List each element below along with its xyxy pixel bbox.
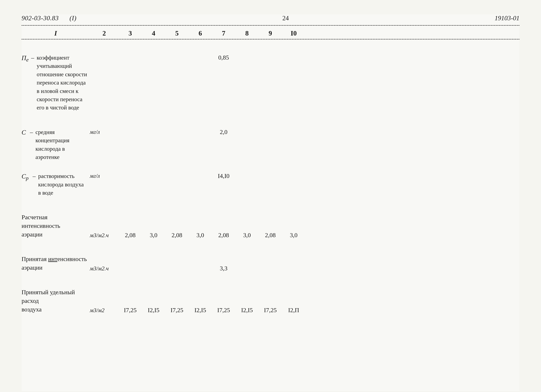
- Cp-val-8: [259, 172, 282, 173]
- intensity-calc-val-6: 2,08: [212, 231, 235, 239]
- n2-label: Пе – коэффициент учитывающий отношение с…: [21, 53, 90, 112]
- top-dashed-rule: [21, 25, 520, 26]
- row-intensity-calc: Расчетная интенсивность аэрации м3/м2.ч …: [21, 213, 520, 239]
- col-header-1: I: [21, 29, 90, 37]
- doc-number: 902-03-30.83 (I): [21, 14, 77, 22]
- intensity-accepted-val-9: [282, 271, 305, 272]
- air-specific-val-7: I2,I5: [235, 306, 259, 314]
- sheet-number: 19103-01: [495, 14, 520, 22]
- intensity-accepted-line2: аэрации: [21, 263, 87, 272]
- air-specific-val-5: I2,I5: [189, 306, 212, 314]
- Cp-val-5: [189, 172, 212, 173]
- col-header-7: 7: [212, 29, 235, 37]
- air-specific-label: Принятый удельный расход воздуха: [21, 288, 90, 314]
- n2-val-9: [282, 53, 305, 54]
- intensity-accepted-val-6: 3,3: [212, 264, 235, 272]
- air-specific-val-4: I7,25: [165, 306, 189, 314]
- column-headers: I 2 3 4 5 6 7 8 9 I0: [21, 29, 520, 37]
- n2-val-6: 0,85: [212, 53, 235, 61]
- C-val-7: [235, 128, 259, 129]
- Cp-val-9: [282, 172, 305, 173]
- air-specific-val-3: I2,I5: [142, 306, 165, 314]
- intensity-accepted-val-5: [189, 271, 212, 272]
- intensity-calc-val-4: 2,08: [165, 231, 189, 239]
- intensity-calc-val-3: 3,0: [142, 231, 165, 239]
- Cp-val-7: [235, 172, 259, 173]
- row-n2: Пе – коэффициент учитывающий отношение с…: [21, 53, 520, 112]
- col-header-2: 2: [90, 29, 119, 37]
- intensity-calc-unit: м3/м2.ч: [90, 231, 119, 239]
- header: 902-03-30.83 (I) 24 19103-01: [21, 14, 520, 22]
- n2-val-5: [189, 53, 212, 54]
- intensity-accepted-val-4: [165, 271, 189, 272]
- intensity-calc-val-8: 2,08: [259, 231, 282, 239]
- air-specific-unit: м3/м2: [90, 306, 119, 314]
- intensity-accepted-label: Принятая интенсивность аэрации: [21, 255, 90, 272]
- row-intensity-accepted: Принятая интенсивность аэрации м3/м2.ч 3…: [21, 255, 520, 272]
- n2-unit: [90, 53, 119, 54]
- col-header-5: 5: [165, 29, 189, 37]
- C-val-6: 2,0: [212, 128, 235, 135]
- intensity-accepted-val-8: [259, 271, 282, 272]
- n2-val-7: [235, 53, 259, 54]
- row-C: C – средняя концентрация кислорода в аэр…: [21, 128, 520, 161]
- n2-val-8: [259, 53, 282, 54]
- col-header-10: I0: [282, 29, 305, 37]
- C-description: средняя концентрация кислорода в аэротен…: [36, 128, 87, 161]
- doc-type-text: (I): [69, 15, 77, 22]
- intensity-calc-val-2: 2,08: [119, 231, 142, 239]
- C-val-5: [189, 128, 212, 129]
- C-val-8: [259, 128, 282, 129]
- n2-val-3: [142, 53, 165, 54]
- C-label: C – средняя концентрация кислорода в аэр…: [21, 128, 90, 161]
- Cp-val-3: [142, 172, 165, 173]
- doc-number-text: 902-03-30.83: [21, 15, 59, 22]
- air-specific-line1: Принятый удельный расход: [21, 288, 87, 305]
- Cp-val-6: I4,I0: [212, 172, 235, 179]
- col-header-4: 4: [142, 29, 165, 37]
- intensity-calc-label: Расчетная интенсивность аэрации: [21, 213, 90, 239]
- intensity-accepted-val-2: [119, 271, 142, 272]
- C-val-9: [282, 128, 305, 129]
- Cp-symbol: Cр: [21, 172, 29, 182]
- col-header-6: 6: [189, 29, 212, 37]
- intensity-accepted-val-3: [142, 271, 165, 272]
- air-specific-val-9: I2,П: [282, 306, 305, 314]
- C-val-4: [165, 128, 189, 129]
- Cp-label: Cр – растворимость кислоро­да воздуха в …: [21, 172, 90, 197]
- intensity-calc-line2: аэрации: [21, 230, 87, 239]
- n2-description: коэффициент учитывающий отношение скорос…: [37, 53, 87, 112]
- row-air-specific: Принятый удельный расход воздуха м3/м2 I…: [21, 288, 520, 314]
- intensity-calc-line1: Расчетная интенсивность: [21, 213, 87, 230]
- Cp-val-2: [119, 172, 142, 173]
- air-specific-val-8: I7,25: [259, 306, 282, 314]
- Cp-val-4: [165, 172, 189, 173]
- C-symbol: C: [21, 128, 26, 137]
- document-page: 902-03-30.83 (I) 24 19103-01 I 2 3 4 5 6…: [21, 14, 520, 391]
- air-specific-val-2: I7,25: [119, 306, 142, 314]
- intensity-calc-val-5: 3,0: [189, 231, 212, 239]
- col-header-9: 9: [259, 29, 282, 37]
- C-unit: мг/л: [90, 128, 119, 135]
- col-header-8: 8: [235, 29, 259, 37]
- air-specific-val-6: I7,25: [212, 306, 235, 314]
- Cp-description: растворимость кислоро­да воздуха в воде: [38, 172, 87, 197]
- air-specific-line2: воздуха: [21, 305, 87, 314]
- row-Cp: Cр – растворимость кислоро­да воздуха в …: [21, 172, 520, 197]
- n2-val-2: [119, 53, 142, 54]
- Cp-unit: мг/л: [90, 172, 119, 179]
- C-val-2: [119, 128, 142, 129]
- page-number: 24: [282, 14, 289, 22]
- intensity-calc-val-9: 3,0: [282, 231, 305, 239]
- intensity-accepted-val-7: [235, 271, 259, 272]
- C-val-3: [142, 128, 165, 129]
- intensity-accepted-line1: Принятая интенсивность: [21, 255, 87, 263]
- bottom-header-dashed-rule: [21, 39, 520, 40]
- intensity-accepted-unit: м3/м2.ч: [90, 265, 119, 272]
- intensity-calc-val-7: 3,0: [235, 231, 259, 239]
- n2-symbol: Пе: [21, 53, 29, 64]
- n2-val-4: [165, 53, 189, 54]
- col-header-3: 3: [119, 29, 142, 37]
